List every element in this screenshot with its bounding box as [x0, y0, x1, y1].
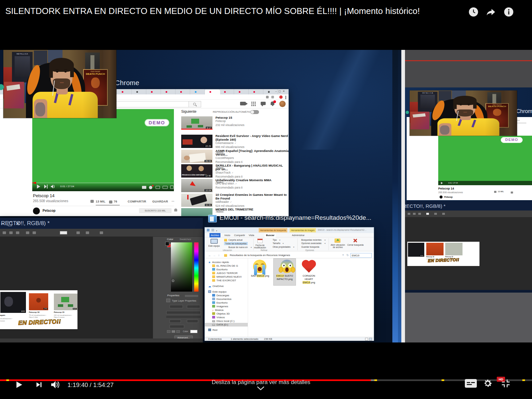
- view-icons-icon: [369, 338, 372, 340]
- play-button[interactable]: [15, 380, 23, 389]
- photoshop-statusbar: [0, 338, 203, 342]
- sidebar-item: ♪Música: [205, 308, 248, 312]
- divider: [32, 206, 174, 206]
- sidebar-item: Descargas: [205, 294, 248, 297]
- subtitles-button[interactable]: [465, 379, 477, 388]
- volume-button[interactable]: [51, 380, 60, 389]
- type-icon: [166, 299, 170, 302]
- swatch-white: [60, 231, 67, 234]
- qat-dropdown: ▾: [216, 229, 217, 232]
- youtube-fullscreen-player: Chrome + –▢✕: [0, 0, 532, 399]
- share-button[interactable]: [486, 7, 496, 17]
- foreground-color-swatch: [165, 242, 169, 246]
- sidebar-item: Documentos: [205, 297, 248, 301]
- apps-grid-icon: [251, 102, 252, 103]
- align-left-button: [167, 330, 171, 333]
- sidebar-item-data-drive: DATA (D:): [205, 323, 248, 327]
- tab-vista: Vista: [247, 233, 256, 237]
- ribbon-este-equipo: Este equipo: [206, 245, 222, 247]
- player-top-overlay: SILENTDORK ENTRA EN DIRECTO EN MEDIO DE …: [0, 0, 532, 50]
- new-tab-icon: +: [268, 90, 270, 93]
- explorer-sidebar: ★Acceso rápido EL RINCÓN DE G Escritorio…: [205, 258, 248, 337]
- tab-favicons: [122, 91, 123, 93]
- inner-video-player-greenscreen: DEMO 0:01 / 27:04: [32, 109, 174, 191]
- align-right-button: [176, 330, 180, 333]
- group-ubicacion: Ubicación: [223, 249, 232, 251]
- ribbon: Este equipo Carpeta actual Todas las sub…: [205, 237, 374, 251]
- autoplay-label: REPRODUCCIÓN AUTOMÁTICA: [213, 110, 253, 113]
- ribbon-tabs: Archivo Inicio Compartir Vista Buscar Ad…: [205, 233, 374, 237]
- folder-icon: [212, 268, 215, 271]
- mirror-like-count: 13 MIL: [498, 191, 504, 193]
- mirror-content: DEMO 0:01 / 27:04 Petscop 14 265.508 vis…: [405, 50, 532, 342]
- share-button: COMPARTIR: [128, 200, 146, 203]
- sidebar-item: MINIATURAS NUEVI: [205, 275, 248, 279]
- calendar-icon: [257, 239, 263, 243]
- breadcrumb: Resultados de la búsqueda en Recursos Im…: [230, 254, 290, 257]
- context-tab-search: Herramientas de búsqueda: [259, 228, 287, 232]
- info-icon: [504, 7, 514, 17]
- font-size-field: [170, 320, 181, 323]
- file-label: CORAZONHEARTEMOJI.png: [297, 274, 321, 284]
- dislike-button: 76: [114, 200, 117, 203]
- facecam: METALLICA FINAL FANTASY FIVE FINGER DEAT…: [3, 50, 116, 118]
- ad-marker: [442, 379, 444, 381]
- mirror-channel-name: Petscop: [444, 196, 453, 198]
- mirror-channel-avatar: [440, 196, 443, 199]
- close-search-icon: [353, 238, 357, 243]
- photoshop-titlebar: RECTO!!, RGB/8) * –▢✕: [0, 218, 203, 229]
- next-button[interactable]: [35, 381, 43, 388]
- vignette: [410, 90, 517, 136]
- documents-icon: [212, 298, 215, 300]
- inner-volume-icon: [51, 185, 56, 189]
- like-icon: [90, 200, 94, 203]
- window-controls: –▢✕: [275, 90, 287, 93]
- tab-buscar: Buscar: [265, 233, 276, 237]
- channel-avatar: [33, 207, 40, 214]
- volume-icon: [51, 380, 60, 389]
- ad-marker: [6, 379, 9, 381]
- share-icon: [486, 7, 496, 17]
- thumbnail-artwork: 18:30 2:41 6:17 Petscop 16 75 mil visual…: [0, 290, 77, 329]
- info-button[interactable]: [504, 7, 514, 17]
- mirror-demo-watermark: DEMO: [501, 137, 523, 143]
- time-display: 1:19:40 / 1:54:27: [67, 381, 114, 389]
- wallpaper-gap: [392, 50, 398, 342]
- chevron-down-icon[interactable]: [257, 386, 265, 390]
- drive-icon: [212, 324, 215, 326]
- leading-field: [187, 320, 198, 323]
- videos-icon: [212, 316, 215, 319]
- settings-button[interactable]: [483, 378, 493, 388]
- scroll-hint[interactable]: Desliza la página para ver más detalles: [166, 379, 356, 386]
- group-refinar: Refinar: [261, 249, 267, 251]
- upload-icon: [240, 102, 246, 105]
- demo-watermark: DEMO: [145, 119, 169, 126]
- sidebar-item: Disco local (C:): [205, 319, 248, 323]
- mirror-progress-line: [405, 60, 532, 61]
- video-thumbnail: 26:09: [181, 150, 212, 163]
- notification-badge: [273, 100, 276, 103]
- en-directo-text: EN DIRECTO!!: [4, 318, 75, 327]
- sidebar-item: Escritorio: [205, 301, 248, 305]
- mirror-wallpaper-sliver: [398, 50, 401, 342]
- video-content-area[interactable]: Chrome + –▢✕: [0, 50, 532, 342]
- artwork-live-thumb: 18:30: [0, 292, 26, 313]
- inner-cc-icon: [142, 186, 146, 189]
- inner-player-controls: 0:01 / 27:04: [32, 182, 174, 191]
- explorer-icon: [208, 215, 217, 222]
- like-button: 13 MIL: [96, 200, 105, 203]
- mirror-video-title: Petscop 14: [438, 187, 454, 190]
- back-icon: ←: [208, 254, 211, 257]
- screaming-emoji-icon: [278, 260, 296, 276]
- like-ratio-bar: [96, 205, 120, 205]
- explorer-window-title: EMOJI - search-ms:displayname=Resultados…: [219, 214, 371, 221]
- network-icon: [208, 329, 211, 331]
- ribbon-carpeta-actual: Carpeta actual: [228, 239, 242, 241]
- inner-miniplayer-icon: [156, 186, 160, 189]
- sidebar-item-onedrive: ☁OneDrive: [205, 284, 248, 288]
- sidebar-item-network: Red: [205, 328, 248, 332]
- qat-icon: [207, 229, 209, 231]
- tab-archivo: Archivo: [209, 233, 220, 237]
- watch-later-button[interactable]: [468, 7, 478, 17]
- color-cursor: [172, 280, 174, 282]
